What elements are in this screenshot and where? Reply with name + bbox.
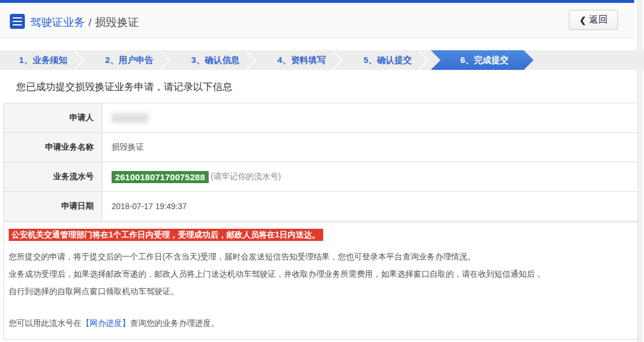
table-row-application-date: 申请日期 2018-07-17 19:49:37 — [4, 192, 638, 221]
applicant-label: 申请人 — [4, 103, 102, 132]
table-row-business-name: 申请业务名称 损毁换证 — [4, 133, 638, 162]
serial-number-value: 261001807170075288 (请牢记你的流水号) — [102, 162, 638, 191]
application-info-table: 申请人 申请业务名称 损毁换证 业务流水号 261001807170075288… — [3, 103, 638, 221]
serial-number-note: (请牢记你的流水号) — [211, 172, 281, 182]
step-6-complete-submit-active: 6、完成提交 — [431, 50, 534, 70]
step-4-fill-materials: 4、资料填写 — [258, 50, 345, 70]
step-bar-filler — [534, 50, 644, 70]
serial-number-badge: 261001807170075288 — [112, 171, 209, 183]
notice-footer: 您可以用此流水号在【网办进度】查询您的业务办理进度。 — [9, 318, 633, 329]
breadcrumb: 驾驶证业务/损毁换证 — [30, 15, 139, 30]
applicant-value — [102, 103, 638, 132]
table-row-applicant: 申请人 — [4, 103, 638, 133]
application-date-value: 2018-07-17 19:49:37 — [102, 192, 638, 221]
page: 驾驶证业务/损毁换证 ❮ 返回 1、业务须知 2、用户申告 3、确认信息 4、资… — [0, 0, 644, 342]
header: 驾驶证业务/损毁换证 ❮ 返回 — [0, 3, 634, 38]
notice-box: 公安机关交通管理部门将在1个工作日内受理，受理成功后，邮政人员将在1日内送达。 … — [3, 222, 638, 340]
breadcrumb-business-category[interactable]: 驾驶证业务 — [30, 16, 85, 28]
step-3-confirm-info: 3、确认信息 — [172, 50, 258, 70]
masked-applicant-name — [112, 113, 149, 123]
notice-paragraph-1: 您所提交的申请，将于提交后的一个工作日(不含当天)受理，届时会发送短信告知受理结… — [9, 248, 633, 265]
step-5-confirm-submit: 5、确认提交 — [345, 50, 431, 70]
serial-number-label: 业务流水号 — [4, 162, 102, 191]
breadcrumb-current-page: 损毁换证 — [95, 16, 139, 28]
list-icon — [10, 14, 25, 29]
notice-paragraphs: 您所提交的申请，将于提交后的一个工作日(不含当天)受理，届时会发送短信告知受理结… — [9, 248, 633, 300]
notice-paragraph-2: 业务成功受理后，如果选择邮政寄递的，邮政人员将上门送达机动车驾驶证，并收取办理业… — [9, 265, 633, 282]
step-1-business-notice: 1、业务须知 — [0, 50, 86, 70]
back-button[interactable]: ❮ 返回 — [569, 10, 618, 30]
online-progress-link[interactable]: 【网办进度】 — [82, 318, 130, 328]
success-message: 您已成功提交损毁换证业务申请，请记录以下信息 — [16, 80, 232, 94]
back-chevron-icon: ❮ — [579, 16, 586, 25]
business-name-value: 损毁换证 — [102, 133, 638, 162]
business-name-label: 申请业务名称 — [4, 133, 102, 162]
back-button-label: 返回 — [589, 14, 608, 26]
table-row-serial-number: 业务流水号 261001807170075288 (请牢记你的流水号) — [4, 162, 638, 192]
notice-paragraph-3: 自行到选择的自取网点窗口领取机动车驾驶证。 — [9, 282, 633, 300]
step-wizard: 1、业务须知 2、用户申告 3、确认信息 4、资料填写 5、确认提交 6、完成提… — [0, 50, 644, 70]
step-2-user-declaration: 2、用户申告 — [86, 50, 172, 70]
processing-alert-banner: 公安机关交通管理部门将在1个工作日内受理，受理成功后，邮政人员将在1日内送达。 — [9, 229, 323, 241]
breadcrumb-separator: / — [85, 16, 95, 28]
footer-text-suffix: 查询您的业务办理进度。 — [130, 318, 219, 328]
footer-text-prefix: 您可以用此流水号在 — [9, 318, 82, 328]
application-date-label: 申请日期 — [4, 192, 102, 221]
